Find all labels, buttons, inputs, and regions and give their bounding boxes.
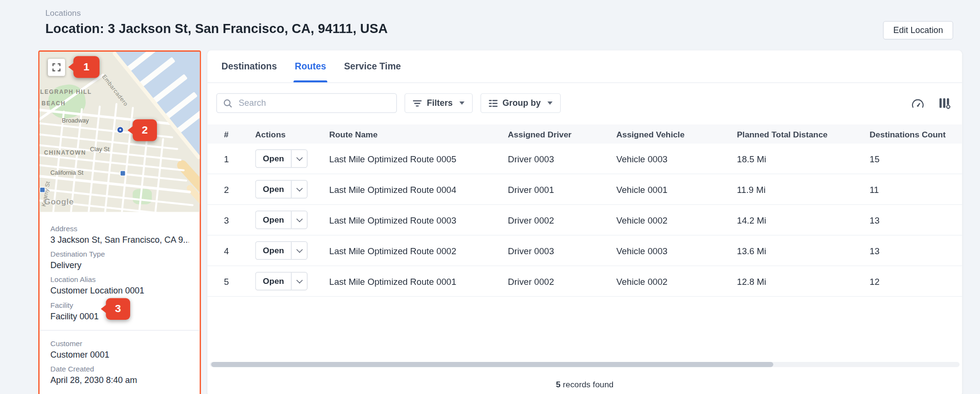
detail-label: Date Created — [50, 364, 189, 373]
cell-actions: Open — [255, 211, 329, 229]
column-header: # — [224, 129, 255, 139]
detail-value: 3 Jackson St, San Francisco, CA 9... — [50, 234, 189, 245]
cell-planned-distance: 12.8 Mi — [737, 276, 869, 286]
open-route-dropdown-toggle[interactable] — [291, 150, 307, 167]
cell-actions: Open — [255, 272, 329, 291]
cell-planned-distance: 18.5 Mi — [737, 154, 869, 164]
page-root: Locations Location: 3 Jackson St, San Fr… — [0, 0, 980, 394]
chevron-down-icon — [296, 216, 302, 222]
chevron-down-icon — [296, 155, 302, 161]
map-label-embarcadero: Embarcadero — [101, 73, 129, 107]
cell-row-number: 5 — [224, 276, 255, 286]
detail-label: Location Alias — [50, 275, 189, 284]
table-row: 2 Open Last Mile Optimized Route 0004 Dr… — [207, 174, 962, 205]
open-route-dropdown-toggle[interactable] — [291, 211, 307, 228]
cell-assigned-driver: Driver 0003 — [508, 246, 616, 256]
cell-row-number: 3 — [224, 215, 255, 225]
table-header: #ActionsRoute NameAssigned DriverAssigne… — [207, 124, 962, 144]
column-header: Actions — [255, 129, 329, 139]
table-body: 1 Open Last Mile Optimized Route 0005 Dr… — [207, 144, 962, 297]
filters-label: Filters — [427, 98, 453, 108]
column-header: Assigned Driver — [508, 129, 616, 139]
cell-destinations-count: 13 — [869, 246, 962, 256]
detail-field: Address 3 Jackson St, San Francisco, CA … — [50, 224, 189, 245]
cell-route-name: Last Mile Optimized Route 0003 — [329, 215, 508, 225]
map[interactable]: LEGRAPH HILL BEACH CHINATOWN Broadway Cl… — [40, 52, 200, 212]
chevron-down-icon — [547, 101, 552, 105]
tab[interactable]: Routes — [293, 50, 327, 82]
google-attribution: Google — [44, 197, 74, 206]
cell-route-name: Last Mile Optimized Route 0001 — [329, 276, 508, 286]
table-toolbar: Filters Group by — [207, 83, 962, 121]
open-route-split-button: Open — [255, 272, 308, 291]
cell-row-number: 2 — [224, 184, 255, 194]
detail-value: Customer 0001 — [50, 349, 189, 360]
records-text: records found — [560, 380, 613, 389]
column-header: Destinations Count — [869, 129, 962, 139]
open-route-button[interactable]: Open — [256, 211, 291, 228]
detail-value: April 28, 2030 8:40 am — [50, 375, 189, 386]
cell-planned-distance: 14.2 Mi — [737, 215, 869, 225]
table-row: 4 Open Last Mile Optimized Route 0002 Dr… — [207, 236, 962, 266]
records-count: 5 — [556, 380, 561, 389]
search-input[interactable] — [237, 98, 390, 109]
dashboard-view-button[interactable] — [909, 94, 926, 112]
group-by-label: Group by — [502, 98, 541, 108]
cell-destinations-count: 13 — [869, 215, 962, 225]
cell-route-name: Last Mile Optimized Route 0002 — [329, 246, 508, 256]
routes-panel: DestinationsRoutesService Time Filters — [207, 50, 962, 394]
chevron-down-icon — [296, 185, 302, 191]
records-found-status: 5 records found — [207, 380, 962, 389]
cell-destinations-count: 11 — [869, 184, 962, 194]
annotation-badge-2: 2 — [133, 119, 157, 141]
annotation-badge-3: 3 — [106, 298, 130, 320]
annotation-badge-1: 1 — [73, 56, 100, 78]
detail-field: Location Alias Customer Location 0001 — [50, 275, 189, 296]
cell-destinations-count: 15 — [869, 154, 962, 164]
cell-assigned-driver: Driver 0002 — [508, 215, 616, 225]
cell-row-number: 1 — [224, 154, 255, 164]
details-divider — [40, 330, 200, 330]
open-route-split-button: Open — [255, 241, 308, 260]
breadcrumb[interactable]: Locations — [45, 8, 81, 18]
table-row: 5 Open Last Mile Optimized Route 0001 Dr… — [207, 266, 962, 297]
cell-assigned-vehicle: Vehicle 0003 — [616, 246, 737, 256]
tab[interactable]: Service Time — [343, 50, 402, 82]
cell-planned-distance: 11.9 Mi — [737, 184, 869, 194]
cell-assigned-vehicle: Vehicle 0002 — [616, 276, 737, 286]
cell-assigned-vehicle: Vehicle 0002 — [616, 215, 737, 225]
table-row: 1 Open Last Mile Optimized Route 0005 Dr… — [207, 144, 962, 174]
open-route-dropdown-toggle[interactable] — [291, 180, 307, 198]
horizontal-scrollbar-thumb[interactable] — [211, 362, 773, 367]
search-box — [216, 93, 397, 113]
chevron-down-icon — [296, 247, 302, 253]
group-by-button[interactable]: Group by — [480, 93, 560, 113]
filters-button[interactable]: Filters — [404, 93, 472, 113]
map-label-california-st: California St — [50, 169, 83, 176]
cell-actions: Open — [255, 241, 329, 260]
edit-location-button[interactable]: Edit Location — [883, 21, 953, 40]
open-route-button[interactable]: Open — [256, 150, 291, 167]
group-by-icon — [489, 99, 498, 107]
open-route-button[interactable]: Open — [256, 180, 291, 198]
map-label-telegraph-hill: LEGRAPH HILL — [40, 89, 92, 95]
open-route-split-button: Open — [255, 180, 308, 199]
column-header: Planned Total Distance — [737, 129, 869, 139]
map-fullscreen-button[interactable] — [48, 59, 65, 76]
horizontal-scrollbar[interactable] — [210, 362, 960, 367]
search-icon — [223, 99, 233, 108]
open-route-split-button: Open — [255, 149, 308, 168]
detail-label: Address — [50, 224, 189, 233]
column-settings-button[interactable] — [935, 94, 953, 112]
map-label-beach: BEACH — [42, 100, 66, 106]
tab-bar: DestinationsRoutesService Time — [207, 50, 962, 83]
map-location-marker[interactable] — [117, 127, 123, 133]
cell-planned-distance: 13.6 Mi — [737, 246, 869, 256]
open-route-button[interactable]: Open — [256, 242, 291, 259]
column-header: Route Name — [329, 129, 508, 139]
open-route-button[interactable]: Open — [256, 272, 291, 290]
transit-station-icon — [120, 170, 126, 176]
open-route-dropdown-toggle[interactable] — [291, 242, 307, 259]
open-route-dropdown-toggle[interactable] — [291, 272, 307, 290]
tab[interactable]: Destinations — [220, 50, 278, 82]
